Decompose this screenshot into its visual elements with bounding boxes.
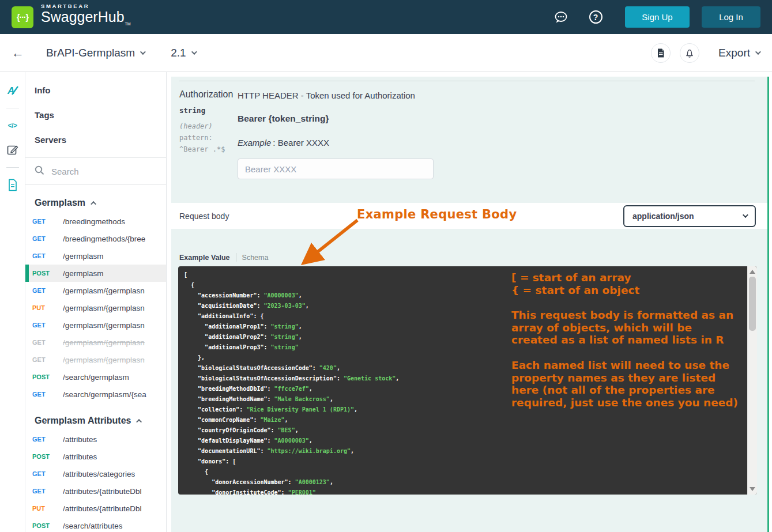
tab-divider [236,253,236,262]
auth-param-detail: HTTP HEADER - Token used for Authorizati… [238,89,759,179]
content: A </> Info Tags Servers Germplasm GET/br… [0,72,772,532]
endpoint-row[interactable]: GET/breedingmethods/{bree [25,230,166,247]
authorization-section: Authorization string (header) pattern: ^… [171,77,767,203]
section-header-germplasm-attributes[interactable]: Germplasm Attributes [25,403,166,431]
auth-pattern-value: ^Bearer .*$ [179,145,238,153]
scroll-up-arrow-icon[interactable] [750,270,755,274]
annotation-title: Example Request Body [357,207,517,221]
document-icon[interactable] [651,43,671,63]
chevron-down-icon [743,212,748,218]
api-name-dropdown[interactable]: BrAPI-Germplasm [46,47,144,59]
endpoint-row[interactable]: GET/attributes [25,431,166,448]
endpoint-row[interactable]: POST/search/germplasm [25,368,166,386]
annotation-paragraph-2: Each named list will need to use the pro… [511,359,742,409]
search-input[interactable] [51,167,149,176]
sign-up-button[interactable]: Sign Up [625,6,690,28]
auth-param-type: string [179,106,238,115]
auth-description: HTTP HEADER - Token used for Authorizati… [238,90,759,100]
endpoint-row-deprecated[interactable]: GET/germplasm/{germplasn [25,351,166,368]
sidebar-item-servers[interactable]: Servers [25,127,166,152]
section-header-germplasm[interactable]: Germplasm [25,185,166,213]
scrollbar-thumb[interactable] [749,277,756,331]
auth-scheme: Bearer {token_string} [238,114,759,124]
brand: SMARTBEAR SwaggerHubTM [41,3,131,32]
auth-example: Example: Bearer XXXX [238,138,759,148]
code-line: [ [184,270,743,280]
endpoint-row-selected[interactable]: POST/germplasm [25,265,166,282]
rail-divider [6,108,19,108]
document-icon[interactable] [5,177,21,193]
topbar: {···} SMARTBEAR SwaggerHubTM ? Sign Up L… [0,0,772,34]
api-design-icon[interactable]: A [5,82,21,99]
search-row [25,158,166,185]
back-arrow-icon[interactable]: ← [12,46,24,61]
endpoint-row[interactable]: POST/search/attributes [25,517,166,532]
code-line: "donorAccessionNumber": "A0000123", [184,477,743,488]
code-line: "countryOfOriginCode": "BES", [184,425,743,436]
request-body-bar: Request body Example Request Body applic… [171,203,767,229]
swaggerhub-logo-icon[interactable]: {···} [12,6,33,28]
endpoint-row[interactable]: GET/attributes/categories [25,465,166,482]
auth-param-meta: Authorization string (header) pattern: ^… [179,89,238,179]
endpoint-row[interactable]: GET/germplasm/{germplasn [25,282,166,299]
tab-schema[interactable]: Schema [242,254,269,262]
svg-text:A: A [7,85,14,96]
request-body-label: Request body [179,212,229,221]
chevron-down-icon [191,49,197,55]
annotation-paragraph-1: This request body is formatted as an arr… [511,309,737,346]
api-header: ← BrAPI-Germplasm 2.1 Export [0,34,772,72]
main-area: Authorization string (header) pattern: ^… [167,72,772,532]
chevron-down-icon [140,49,146,55]
example-request-body-code: [ { "accessionNumber": "A0000003", "acqu… [178,266,757,495]
auth-param-name: Authorization [179,89,238,100]
auth-pattern-label: pattern: [179,134,238,142]
chevron-up-icon [137,418,142,424]
search-icon [35,165,44,178]
trademark: TM [125,22,131,26]
endpoint-row[interactable]: GET/germplasm/{germplasn [25,316,166,334]
endpoint-row[interactable]: GET/search/germplasm/{sea [25,386,166,403]
annotation-legend: [ = start of an array { = start of an ob… [511,271,639,296]
code-line: "accessionNumber": "A0000003", [184,290,743,301]
chevron-up-icon [91,201,96,206]
code-line: "donorInstituteCode": "PER001" [184,488,743,495]
bell-icon[interactable] [680,43,699,63]
header-actions: Export [642,43,759,63]
scroll-down-arrow-icon[interactable] [750,487,755,491]
post-germplasm-panel: Authorization string (header) pattern: ^… [171,77,769,532]
code-line: "donors": [ [184,456,743,467]
content-type-select[interactable]: application/json [623,205,756,227]
rail-divider [6,167,19,168]
sidebar-item-info[interactable]: Info [25,78,166,103]
log-in-button[interactable]: Log In [702,6,760,28]
swaggerhub-wordmark: SwaggerHubTM [41,9,131,32]
help-icon[interactable]: ? [587,9,604,26]
endpoint-row[interactable]: GET/breedingmethods [25,213,166,230]
code-scrollbar[interactable] [747,266,757,495]
version-dropdown[interactable]: 2.1 [171,47,195,59]
example-tabs: Example Value Schema [171,229,767,266]
code-line: "commonCropName": "Maize", [184,415,743,425]
endpoint-row[interactable]: PUT/germplasm/{germplasn [25,299,166,316]
code-line: "defaultDisplayName": "A0000003", [184,436,743,446]
chat-icon[interactable] [552,9,570,26]
code-icon[interactable]: </> [5,118,21,134]
endpoint-row[interactable]: POST/attributes [25,448,166,465]
export-dropdown[interactable]: Export [718,47,759,59]
endpoint-row[interactable]: GET/germplasm [25,247,166,265]
sidebar-item-tags[interactable]: Tags [25,103,166,127]
authorization-token-input[interactable] [238,159,434,179]
nav-links: Info Tags Servers [25,72,166,158]
code-line: "documentationURL": "https://wiki.brapi.… [184,446,743,456]
icon-rail: A </> [0,72,25,532]
chevron-down-icon [755,49,761,55]
code-line: { [184,280,743,290]
edit-icon[interactable] [5,142,21,158]
auth-param-location: (header) [179,122,238,130]
topbar-actions: ? Sign Up Log In [535,6,760,28]
endpoint-row[interactable]: GET/attributes/{attributeDbl [25,482,166,500]
tab-example-value[interactable]: Example Value [179,254,230,262]
endpoint-row-deprecated[interactable]: GET/germplasm/{germplasn [25,334,166,351]
endpoint-row[interactable]: PUT/attributes/{attributeDbl [25,500,166,517]
code-line: { [184,467,743,477]
